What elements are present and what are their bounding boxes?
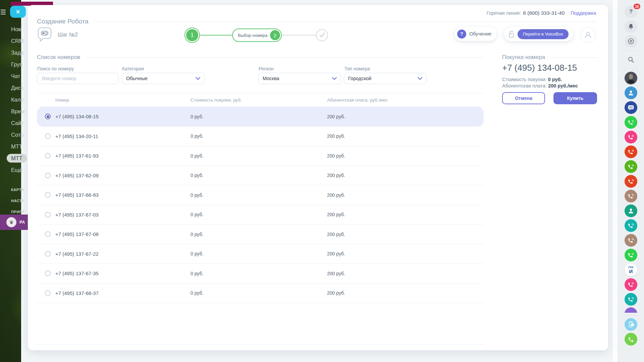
- app-peek-purple[interactable]: [625, 307, 637, 313]
- phone-pink-icon[interactable]: [625, 278, 637, 291]
- phone-brown-icon[interactable]: [625, 190, 637, 202]
- step-2-current: Выбор номера 2: [232, 28, 282, 42]
- contact-person-blue-icon[interactable]: [625, 86, 637, 99]
- phone-number-cell: +7 (495) 134-20-11: [55, 133, 98, 139]
- phone-brown-icon[interactable]: [625, 234, 637, 247]
- column-header-number: Номер: [55, 98, 69, 103]
- rail-divider: [623, 69, 639, 69]
- purchase-price-cell: 0 руб.: [191, 153, 203, 159]
- unlock-icon: [508, 31, 515, 38]
- number-table-row[interactable]: +7 (495) 137-68-370 руб.200 руб.: [37, 284, 484, 303]
- number-table-row[interactable]: +7 (495) 137-62-090 руб.200 руб.: [37, 166, 484, 186]
- phone-number-cell: +7 (495) 137-62-09: [55, 173, 99, 178]
- training-button[interactable]: ? Обучение: [454, 27, 496, 41]
- row-radio-button[interactable]: [45, 153, 51, 159]
- monthly-fee-cell: 200 руб.: [327, 133, 345, 139]
- numbers-section-header: Список номеров: [37, 54, 484, 61]
- hotline-number: 8 (800) 333-31-40: [523, 10, 565, 16]
- step-label: Шаг №2: [58, 32, 78, 38]
- column-header-price: Стоимость покупки, руб.: [191, 98, 242, 103]
- step-2-circle: 2: [270, 30, 280, 40]
- notifications-bell-icon[interactable]: [625, 20, 637, 33]
- phone-pink-icon[interactable]: [625, 131, 637, 143]
- number-table-row[interactable]: +7 (495) 134-20-110 руб.200 руб.: [37, 127, 484, 146]
- column-header-fee: Абонентская плата, руб./мес: [327, 98, 388, 103]
- search-icon[interactable]: [625, 53, 637, 66]
- chat-history-icon[interactable]: [625, 35, 637, 48]
- divider: [94, 21, 596, 22]
- number-type-select[interactable]: Городской: [344, 73, 427, 84]
- number-table-row[interactable]: +7 (495) 137-67-350 руб.200 руб.: [37, 264, 484, 284]
- crown-icon: ♛: [6, 217, 16, 227]
- row-radio-button[interactable]: [45, 114, 51, 119]
- number-table-row[interactable]: +7 (495) 137-66-830 руб.200 руб.: [37, 185, 484, 205]
- profile-avatar-placeholder[interactable]: [580, 27, 596, 43]
- phone-green-icon[interactable]: [625, 249, 637, 261]
- row-radio-button[interactable]: [45, 173, 51, 178]
- cancel-button[interactable]: Отмена: [502, 92, 545, 104]
- number-type-value: Городской: [348, 76, 371, 81]
- phone-red-icon[interactable]: [625, 175, 637, 188]
- phone-darkgreen-icon[interactable]: [625, 160, 637, 173]
- support-link[interactable]: Поддержка: [571, 10, 596, 16]
- purchase-price-cell: 0 руб.: [191, 290, 203, 296]
- step-1-circle: 1: [186, 29, 198, 41]
- purchase-price-cell: 0 руб.: [191, 251, 203, 256]
- question-icon: ?: [457, 29, 466, 39]
- gen-i-logo[interactable]: ГенИ: [625, 263, 637, 276]
- screen: НовCRMЗадаГрупЧатДискКалеВремСайтСотрМТТ…: [0, 0, 644, 362]
- monthly-fee-cell: 200 руб.: [327, 232, 345, 237]
- divider: [86, 57, 484, 58]
- phone-number-cell: +7 (495) 137-61-93: [55, 153, 99, 159]
- buy-button[interactable]: Купить: [553, 92, 597, 104]
- modal-header: Создание Робота: [37, 18, 596, 25]
- stepper-connector-todo: [282, 35, 316, 36]
- monthly-fee-cell: 200 руб.: [327, 114, 345, 119]
- group-chat-icon[interactable]: [625, 101, 637, 114]
- purchase-section-header: Покупка номера: [502, 54, 597, 61]
- person-teal-icon[interactable]: [625, 204, 637, 217]
- row-radio-button[interactable]: [45, 133, 51, 139]
- chevron-down-icon: [196, 77, 200, 80]
- user-avatar[interactable]: [625, 72, 637, 84]
- purchase-fee-line: Абонентская плата: 200 руб./мес: [502, 83, 578, 88]
- hamburger-menu-icon[interactable]: [1, 8, 6, 16]
- row-radio-button[interactable]: [45, 290, 51, 296]
- promo-label: РА: [19, 220, 25, 225]
- row-radio-button[interactable]: [45, 192, 51, 198]
- rail-divider: [623, 315, 639, 315]
- purchase-price-cell: 0 руб.: [191, 173, 203, 178]
- category-select[interactable]: Обычные: [122, 73, 205, 84]
- step-3-check-icon: [316, 29, 328, 41]
- divider: [551, 57, 597, 58]
- row-radio-button[interactable]: [45, 231, 51, 237]
- search-input[interactable]: [41, 75, 114, 81]
- monthly-fee-cell: 200 руб.: [327, 192, 345, 198]
- row-radio-button[interactable]: [45, 251, 51, 257]
- go-to-voicebox-button[interactable]: Перейти в VoiceBox: [518, 29, 569, 39]
- phone-cloud-icon[interactable]: [625, 318, 637, 331]
- number-table-row[interactable]: +7 (495) 137-61-930 руб.200 руб.: [37, 146, 484, 166]
- training-label: Обучение: [469, 31, 491, 37]
- row-radio-button[interactable]: [45, 270, 51, 276]
- region-select[interactable]: Москва: [258, 73, 341, 84]
- number-table-row[interactable]: +7 (495) 134-08-150 руб.200 руб.: [37, 107, 484, 127]
- number-table-row[interactable]: +7 (495) 137-67-080 руб.200 руб.: [37, 225, 484, 244]
- messenger-app-rail: ?16ГенИ: [618, 0, 644, 362]
- row-radio-button[interactable]: [45, 212, 51, 218]
- phone-number-cell: +7 (495) 137-67-22: [55, 251, 99, 257]
- region-value: Москва: [263, 76, 279, 81]
- handset-green-icon[interactable]: [625, 333, 637, 346]
- wizard-stepper: 1 Выбор номера 2: [186, 28, 328, 43]
- scrollbar-track[interactable]: [612, 0, 618, 362]
- phone-teal-icon[interactable]: [625, 293, 637, 306]
- phone-teal-icon[interactable]: [625, 219, 637, 232]
- number-table-row[interactable]: +7 (495) 137-67-030 руб.200 руб.: [37, 205, 484, 225]
- close-slideover-button[interactable]: ✕: [10, 6, 26, 18]
- phone-red-icon[interactable]: [625, 145, 637, 158]
- stepper-connector-done: [200, 35, 232, 36]
- number-table-row[interactable]: +7 (495) 137-67-220 руб.200 руб.: [37, 244, 484, 264]
- help-icon[interactable]: ?16: [625, 5, 637, 18]
- phone-green-icon[interactable]: [625, 116, 637, 129]
- phone-number-cell: +7 (495) 137-67-03: [55, 212, 99, 218]
